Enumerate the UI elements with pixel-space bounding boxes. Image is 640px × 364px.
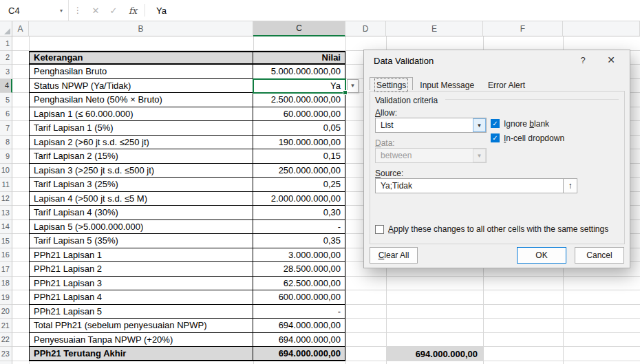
tab-settings[interactable]: Settings bbox=[370, 77, 413, 90]
row-value[interactable]: 0,30 bbox=[253, 206, 345, 220]
column-header-blank[interactable] bbox=[563, 21, 640, 36]
row-header-9[interactable]: 9 bbox=[0, 149, 12, 164]
fill-handle[interactable] bbox=[343, 90, 348, 95]
row-header-4[interactable]: 4 bbox=[0, 79, 12, 94]
column-header-A[interactable]: A bbox=[12, 21, 29, 36]
row-label[interactable]: PPh21 Lapisan 3 bbox=[30, 277, 253, 290]
row-label[interactable]: Tarif Lapisan 4 (30%) bbox=[30, 206, 253, 220]
row-label[interactable]: Tarif Lapisan 1 (5%) bbox=[30, 121, 253, 135]
row-value[interactable]: 60.000.000,00 bbox=[253, 107, 345, 121]
row-header-5[interactable]: 5 bbox=[0, 93, 12, 107]
apply-changes-checkbox[interactable] bbox=[375, 225, 384, 234]
row-label[interactable]: Total PPh21 (sebelum penyesuaian NPWP) bbox=[30, 319, 253, 332]
row-label[interactable]: PPh21 Lapisan 4 bbox=[30, 290, 253, 304]
cell-E23[interactable]: 694.000.000,00 bbox=[386, 347, 483, 361]
row-header-16[interactable]: 16 bbox=[0, 248, 12, 263]
row-label[interactable]: Tarif Lapisan 3 (25%) bbox=[30, 178, 253, 191]
row-value[interactable]: 694.000.000,00 bbox=[253, 333, 345, 347]
row-value[interactable]: - bbox=[253, 305, 345, 319]
row-value[interactable]: 694.000.000,00 bbox=[253, 319, 345, 332]
tab-input-message[interactable]: Input Message bbox=[413, 78, 481, 92]
row-label[interactable]: PPh21 Terutang Akhir bbox=[30, 347, 253, 360]
row-header-23[interactable]: 23 bbox=[0, 347, 12, 361]
row-label[interactable]: PPh21 Lapisan 1 bbox=[30, 248, 253, 262]
row-label[interactable]: Tarif Lapisan 5 (35%) bbox=[30, 234, 253, 248]
column-header-B[interactable]: B bbox=[29, 21, 253, 36]
row-header-7[interactable]: 7 bbox=[0, 121, 12, 136]
row-value[interactable]: 62.500.000,00 bbox=[253, 277, 345, 290]
row-value[interactable]: 3.000.000,00 bbox=[253, 248, 345, 262]
row-header-19[interactable]: 19 bbox=[0, 290, 12, 305]
in-cell-dropdown-button[interactable]: ▼ bbox=[347, 79, 359, 94]
row-value[interactable]: 0,15 bbox=[253, 149, 345, 163]
row-header-8[interactable]: 8 bbox=[0, 136, 12, 150]
source-value[interactable]: Ya;Tidak bbox=[376, 181, 563, 191]
collapse-dialog-icon[interactable]: ↑ bbox=[563, 179, 577, 193]
column-header-F[interactable]: F bbox=[483, 21, 563, 36]
row-label[interactable]: Penghasilan Bruto bbox=[30, 65, 253, 78]
row-value[interactable]: 600.000.000,00 bbox=[253, 290, 345, 304]
row-label[interactable]: Status NPWP (Ya/Tidak) bbox=[30, 79, 253, 93]
column-header-E[interactable]: E bbox=[386, 21, 483, 36]
row-value[interactable]: 0,35 bbox=[253, 234, 345, 248]
row-header-2[interactable]: 2 bbox=[0, 51, 12, 65]
row-label[interactable]: Keterangan bbox=[30, 52, 253, 64]
table-row: Lapisan 2 (>60 jt s.d. ≤250 jt)190.000.0… bbox=[29, 136, 345, 150]
row-value[interactable]: Nilai bbox=[253, 52, 345, 64]
row-header-12[interactable]: 12 bbox=[0, 192, 12, 206]
row-label[interactable]: Penyesuaian Tanpa NPWP (+20%) bbox=[30, 333, 253, 347]
allow-dropdown[interactable]: List ▼ bbox=[375, 118, 487, 133]
row-value[interactable]: 28.500.000,00 bbox=[253, 262, 345, 276]
row-value[interactable]: 5.000.000.000,00 bbox=[253, 65, 345, 78]
row-value[interactable]: 0,05 bbox=[253, 121, 345, 135]
row-label[interactable]: Lapisan 1 (≤ 60.000.000) bbox=[30, 107, 253, 121]
row-header-3[interactable]: 3 bbox=[0, 65, 12, 79]
row-header-17[interactable]: 17 bbox=[0, 262, 12, 277]
column-header-D[interactable]: D bbox=[345, 21, 386, 36]
chevron-down-icon: ▼ bbox=[473, 149, 486, 162]
row-header-6[interactable]: 6 bbox=[0, 107, 12, 122]
ok-button[interactable]: OK bbox=[517, 247, 566, 264]
tab-error-alert[interactable]: Error Alert bbox=[481, 78, 532, 92]
row-header-24[interactable] bbox=[0, 361, 12, 364]
selected-cell-outline[interactable] bbox=[253, 78, 346, 94]
row-header-20[interactable]: 20 bbox=[0, 305, 12, 319]
row-header-13[interactable]: 13 bbox=[0, 206, 12, 220]
row-header-10[interactable]: 10 bbox=[0, 164, 12, 178]
row-value[interactable]: - bbox=[253, 220, 345, 234]
help-button[interactable]: ? bbox=[576, 55, 590, 65]
row-value[interactable]: 250.000.000,00 bbox=[253, 164, 345, 178]
clear-all-button[interactable]: Clear All bbox=[370, 247, 418, 264]
source-input[interactable]: Ya;Tidak ↑ bbox=[375, 178, 577, 193]
row-label[interactable]: PPh21 Lapisan 5 bbox=[30, 305, 253, 319]
row-value[interactable]: 0,25 bbox=[253, 178, 345, 191]
row-label[interactable]: Penghasilan Neto (50% × Bruto) bbox=[30, 93, 253, 107]
row-label[interactable]: Lapisan 4 (>500 jt s.d. ≤5 M) bbox=[30, 192, 253, 206]
row-header-14[interactable]: 14 bbox=[0, 220, 12, 235]
close-button[interactable]: ✕ bbox=[602, 54, 620, 65]
row-label[interactable]: Lapisan 2 (>60 jt s.d. ≤250 jt) bbox=[30, 136, 253, 149]
row-value[interactable]: 2.500.000.000,00 bbox=[253, 93, 345, 107]
row-header-18[interactable]: 18 bbox=[0, 277, 12, 291]
table-row: PPh21 Lapisan 362.500.000,00 bbox=[29, 277, 345, 291]
in-cell-dropdown-checkbox[interactable] bbox=[491, 133, 500, 142]
row-value[interactable]: 694.000.000,00 bbox=[253, 347, 345, 360]
row-label[interactable]: Lapisan 3 (>250 jt s.d. ≤500 jt) bbox=[30, 164, 253, 178]
row-label[interactable]: Tarif Lapisan 2 (15%) bbox=[30, 149, 253, 163]
allow-label: Allow: bbox=[375, 108, 397, 118]
data-value: between bbox=[376, 151, 473, 160]
row-header-15[interactable]: 15 bbox=[0, 234, 12, 248]
row-label[interactable]: PPh21 Lapisan 2 bbox=[30, 262, 253, 276]
chevron-down-icon[interactable]: ▼ bbox=[473, 118, 486, 132]
row-header-1[interactable]: 1 bbox=[0, 36, 12, 51]
select-all-corner[interactable] bbox=[0, 21, 12, 36]
row-value[interactable]: 2.000.000.000,00 bbox=[253, 192, 345, 206]
ignore-blank-checkbox[interactable] bbox=[491, 119, 500, 128]
column-header-C[interactable]: C bbox=[253, 21, 345, 36]
row-header-22[interactable]: 22 bbox=[0, 333, 12, 347]
cancel-button[interactable]: Cancel bbox=[575, 247, 624, 264]
row-header-21[interactable]: 21 bbox=[0, 319, 12, 333]
row-label[interactable]: Lapisan 5 (>5.000.000.000) bbox=[30, 220, 253, 234]
row-header-11[interactable]: 11 bbox=[0, 178, 12, 192]
row-value[interactable]: 190.000.000,00 bbox=[253, 136, 345, 149]
